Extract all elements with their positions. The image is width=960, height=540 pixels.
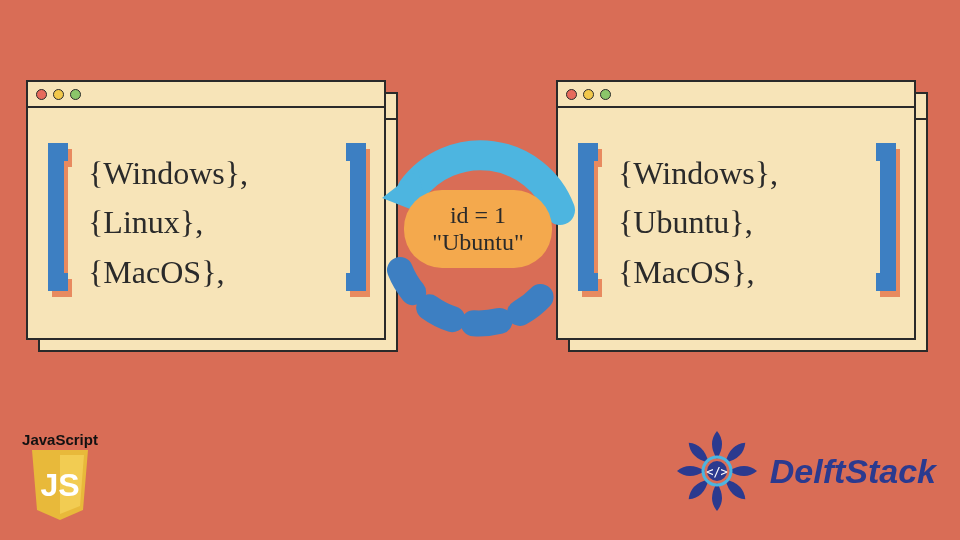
titlebar xyxy=(28,82,384,108)
svg-text:</>: </> xyxy=(706,465,728,479)
array-items-left: {Windows}, {Linux}, {MacOS}, xyxy=(88,149,324,298)
window-stack-left: {Windows}, {Linux}, {MacOS}, xyxy=(26,80,386,340)
brand-mandala-icon: </> xyxy=(672,426,762,516)
array-item: {Windows}, xyxy=(88,149,324,199)
maximize-icon xyxy=(70,89,81,100)
bracket-close-icon xyxy=(866,143,900,303)
window-front: {Windows}, {Linux}, {MacOS}, xyxy=(26,80,386,340)
update-badge: id = 1 "Ubuntu" xyxy=(404,190,552,268)
array-item: {Ubuntu}, xyxy=(618,198,854,248)
bracket-open-icon xyxy=(42,143,76,303)
close-icon xyxy=(566,89,577,100)
array-item: {MacOS}, xyxy=(618,248,854,298)
array-items-right: {Windows}, {Ubuntu}, {MacOS}, xyxy=(618,149,854,298)
javascript-logo: JavaScript JS xyxy=(18,431,102,522)
window-content: {Windows}, {Ubuntu}, {MacOS}, xyxy=(558,108,914,338)
array-item: {MacOS}, xyxy=(88,248,324,298)
bracket-close-icon xyxy=(336,143,370,303)
close-icon xyxy=(36,89,47,100)
minimize-icon xyxy=(583,89,594,100)
window-front: {Windows}, {Ubuntu}, {MacOS}, xyxy=(556,80,916,340)
js-initials: JS xyxy=(40,467,79,503)
window-stack-right: {Windows}, {Ubuntu}, {MacOS}, xyxy=(556,80,916,340)
array-item: {Linux}, xyxy=(88,198,324,248)
badge-line-1: id = 1 xyxy=(450,202,506,229)
badge-line-2: "Ubuntu" xyxy=(432,229,524,256)
brand-name: DelftStack xyxy=(770,452,936,491)
javascript-shield-icon: JS xyxy=(28,450,92,522)
titlebar xyxy=(558,82,914,108)
javascript-label: JavaScript xyxy=(18,431,102,448)
window-content: {Windows}, {Linux}, {MacOS}, xyxy=(28,108,384,338)
maximize-icon xyxy=(600,89,611,100)
brand-logo: </> DelftStack xyxy=(672,426,936,516)
array-item: {Windows}, xyxy=(618,149,854,199)
minimize-icon xyxy=(53,89,64,100)
